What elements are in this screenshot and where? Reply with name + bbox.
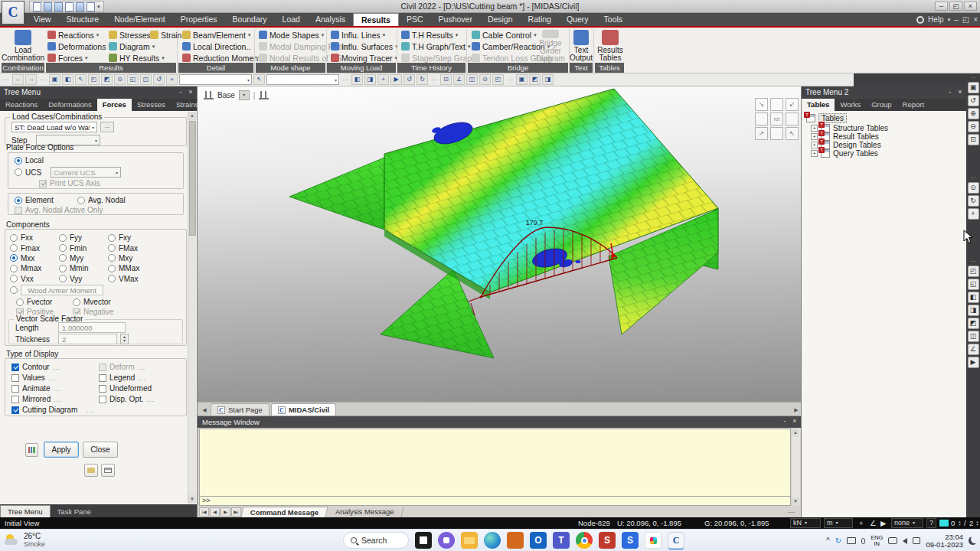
preview-icon[interactable] — [87, 2, 95, 11]
render-view-button[interactable]: ◫ — [466, 74, 478, 85]
save-icon[interactable] — [65, 2, 74, 11]
select-polygon-button[interactable]: ◰ — [88, 74, 100, 85]
reactions-button[interactable]: Reactions▾ — [47, 30, 99, 40]
save-result-button[interactable] — [84, 464, 98, 477]
strain-button[interactable]: Strain▾ — [150, 30, 187, 40]
mdi-restore-icon[interactable]: ◰ — [962, 15, 969, 24]
file-explorer-icon[interactable] — [461, 532, 478, 549]
apply-button[interactable]: Apply — [44, 442, 79, 458]
select-tree-button[interactable]: ◧ — [62, 74, 74, 85]
redo-button[interactable]: → — [25, 74, 37, 85]
front-view-button[interactable]: ◱ — [968, 279, 979, 290]
perspective-button[interactable]: ∠ — [453, 74, 465, 85]
unselect-button[interactable]: × — [166, 74, 178, 85]
snap-grid-icon[interactable]: ∠ — [870, 517, 877, 529]
animate-option[interactable]: Animate... — [11, 384, 61, 393]
tab-scroll-right-icon[interactable]: ▶ — [792, 405, 801, 416]
activate-identity-button[interactable]: + — [377, 74, 389, 85]
comp-fmax[interactable]: Fmax — [10, 243, 59, 253]
tab-report[interactable]: Report — [897, 99, 930, 111]
edge-browser-icon[interactable] — [484, 532, 501, 549]
results-tables-button[interactable]: Results Tables — [595, 29, 626, 63]
menu-boundary[interactable]: Boundary — [225, 13, 275, 26]
stage-mode-combo[interactable]: none▾ — [891, 518, 923, 528]
scroll-up-icon[interactable]: ▲ — [792, 429, 799, 437]
th-graph-button[interactable]: T.H Graph/Text▾ — [401, 41, 471, 51]
mvector-option[interactable]: Mvector — [73, 298, 111, 306]
settings-gear-icon[interactable] — [916, 16, 924, 24]
chrome-icon[interactable] — [576, 532, 593, 549]
wood-armer-radio[interactable] — [10, 286, 18, 294]
cable-control-button[interactable]: Cable Control▾ — [472, 30, 537, 40]
help-caret-icon[interactable]: ▾ — [948, 17, 951, 23]
step-total-spinner[interactable]: ▲▼ — [974, 519, 980, 527]
tab-group[interactable]: Group — [866, 99, 897, 111]
ghost-rotate-icon[interactable]: rot — [770, 112, 783, 126]
comp-fxy[interactable]: Fxy — [108, 233, 157, 243]
menu-structure[interactable]: Structure — [59, 13, 107, 26]
ghost-pan-topright-icon[interactable]: ↙ — [786, 98, 799, 111]
menu-psc[interactable]: PSC — [399, 13, 431, 26]
tree-item-query-tables[interactable]: + T Query Tables — [811, 149, 878, 158]
comp-fmin[interactable]: Fmin — [59, 243, 108, 253]
menu-tools[interactable]: Tools — [596, 13, 631, 26]
prev-tab-icon[interactable]: ◀ — [210, 507, 220, 517]
snap-point-icon[interactable]: + — [859, 517, 864, 529]
select-window-button[interactable]: ▣ — [49, 74, 60, 85]
menu-query[interactable]: Query — [559, 13, 596, 26]
sheet-app-icon[interactable]: S — [622, 532, 639, 549]
microphone-icon[interactable] — [861, 538, 865, 544]
dynamic-pan-button[interactable]: + — [968, 208, 979, 220]
play-icon[interactable]: ▶ — [880, 517, 886, 529]
next-tab-icon[interactable]: ▶ — [220, 507, 230, 517]
minimize-button[interactable]: – — [935, 2, 948, 11]
thickness-spinner[interactable]: ▲▼ — [120, 334, 129, 344]
tab-tree-menu[interactable]: Tree Menu — [0, 505, 51, 517]
select-single-button[interactable]: ↖ — [75, 74, 87, 85]
scroll-thumb[interactable] — [189, 121, 196, 236]
mdi-minimize-icon[interactable]: – — [954, 15, 959, 24]
named-selection-combo[interactable]: ▾ — [266, 74, 339, 85]
ghost-pan-bottom-icon[interactable] — [770, 127, 783, 140]
menu-design[interactable]: Design — [480, 13, 521, 26]
pin-icon[interactable]: - — [177, 89, 185, 96]
comp-mxy[interactable]: Mxy — [108, 253, 157, 263]
element-radio[interactable] — [15, 197, 22, 204]
zoom-window-button[interactable]: ▣ — [968, 82, 979, 93]
slack-icon[interactable] — [645, 532, 662, 549]
menu-view[interactable]: View — [26, 13, 59, 26]
search-box[interactable]: Search — [343, 532, 409, 549]
thickness-field[interactable]: 2 — [58, 334, 117, 344]
command-prompt[interactable]: >> — [199, 497, 791, 506]
influence-surfaces-button[interactable]: Influ. Surfaces▾ — [331, 41, 398, 51]
close-icon[interactable]: × — [956, 89, 964, 96]
select-circle-button[interactable]: ⊙ — [114, 74, 126, 85]
tab-tables[interactable]: Tables — [802, 99, 835, 111]
local-direction-button[interactable]: Local Direction.. — [182, 41, 250, 51]
tab-reactions[interactable]: Reactions — [0, 99, 43, 111]
volume-icon[interactable] — [903, 538, 907, 544]
expand-icon[interactable]: + — [811, 125, 818, 132]
ghost-pan-bottomright-icon[interactable]: ↖ — [786, 127, 799, 140]
ghost-pan-left-icon[interactable] — [755, 112, 768, 126]
select-volume-button[interactable]: ◫ — [140, 74, 152, 85]
dynamic-zoom-button[interactable]: ⊙ — [968, 182, 979, 194]
menu-analysis[interactable]: Analysis — [308, 13, 353, 26]
zoom-in-button[interactable]: ⊕ — [968, 108, 979, 119]
close-button-panel[interactable]: Close — [83, 442, 118, 458]
midas-civil-taskbar-icon[interactable]: C — [668, 532, 684, 549]
expand-icon[interactable]: + — [811, 133, 818, 140]
touch-keyboard-icon[interactable] — [847, 537, 856, 544]
comp-fmax2[interactable]: FMax — [108, 243, 157, 253]
display-element-button[interactable]: ◰ — [492, 74, 504, 85]
message-scrollbar[interactable]: ▲ ▼ — [792, 429, 800, 506]
tab-command-message[interactable]: Command Message — [241, 507, 328, 517]
store-app-icon[interactable] — [507, 532, 524, 549]
tab-midas-civil[interactable]: C MIDAS/Civil — [271, 403, 336, 416]
force-unit-combo[interactable]: kN▾ — [790, 518, 821, 528]
influence-lines-button[interactable]: Influ. Lines▾ — [331, 30, 385, 40]
diagram-button[interactable]: Diagram▾ — [109, 41, 155, 51]
menu-properties[interactable]: Properties — [173, 13, 225, 26]
pin-icon[interactable]: - — [946, 89, 954, 96]
scroll-up-icon[interactable]: ▲ — [188, 112, 196, 120]
